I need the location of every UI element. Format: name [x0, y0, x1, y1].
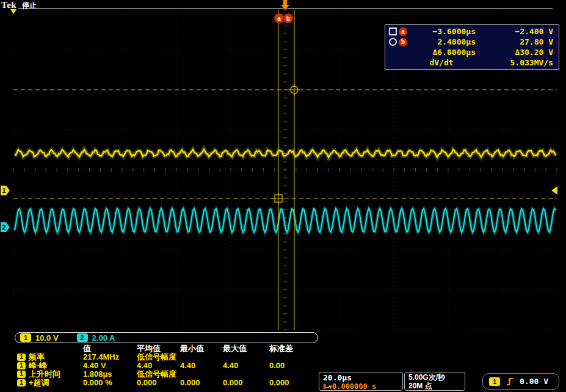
measurement-name: +超调	[29, 379, 49, 387]
cursor-b-bubble: b	[399, 38, 407, 46]
channel-1-position-marker[interactable]: 1	[1, 186, 10, 195]
col-header-std: 标准差	[269, 344, 306, 353]
measurement-max: 0.000	[223, 379, 269, 387]
cursor-a-row: a −3.6000µs −2.400 V	[388, 27, 556, 37]
channel-2-position-marker[interactable]: 2	[1, 222, 10, 232]
cursor-delta-value: Δ30.20 V	[476, 48, 556, 57]
cursor-readout-panel: a −3.6000µs −2.400 V b 2.4000µs 27.80 V …	[385, 24, 559, 70]
ch1-waveform	[15, 150, 556, 158]
cursor-b-marker[interactable]	[289, 84, 300, 95]
cursor-a-top-bubble[interactable]: a	[274, 13, 284, 23]
cursor-dvdt-row: dV/dt 5.033MV/s	[388, 58, 556, 68]
measurement-min: 0.000	[180, 379, 223, 387]
timebase-value: 20.0µs	[323, 373, 399, 382]
trigger-level-value: 0.00 V	[520, 377, 548, 386]
cursor-b-top-bubble[interactable]: b	[283, 13, 293, 23]
measurement-warning: 低信号幅度	[137, 353, 306, 361]
channel-2-badge[interactable]: 2	[77, 333, 88, 342]
svg-text:b: b	[286, 15, 290, 22]
measurement-value: 4.40 V	[83, 361, 137, 370]
cursor-b-time: 2.4000µs	[407, 37, 476, 46]
horizontal-position: Ⅱ→▼ 0.000000 s	[323, 382, 399, 391]
measurement-mean: 4.40	[137, 361, 180, 370]
trigger-level-marker[interactable]	[551, 186, 557, 195]
trigger-readout[interactable]: 1 0.00 V	[482, 373, 559, 390]
measurement-table: 值 平均值 最小值 最大值 标准差 1频率217.4MHz低信号幅度1峰-峰4.…	[15, 344, 321, 387]
svg-text:1: 1	[2, 187, 5, 194]
cursor-b-circle-icon	[389, 38, 397, 46]
svg-text:2: 2	[2, 223, 5, 231]
measurement-max: 4.40	[223, 361, 269, 370]
cursor-delta-time: Δ6.0000µs	[407, 48, 476, 57]
tek-logo: Tek	[1, 0, 16, 10]
measurement-std: 0.00	[269, 361, 306, 370]
channel-1-badge[interactable]: 1	[20, 333, 31, 342]
measurement-name: 上升时间	[29, 370, 60, 379]
trigger-source-badge: 1	[489, 377, 500, 386]
horizontal-position-icon: Ⅱ→▼	[323, 383, 332, 390]
channel-badge: 1	[17, 371, 26, 378]
svg-text:a: a	[277, 15, 281, 22]
col-header-value: 值	[83, 344, 137, 353]
oscilloscope-screen: ab12 Tek 停止 a −3.6000µs −2.400 V b 2.400…	[0, 0, 566, 392]
acquisition-readout[interactable]: 5.00G次/秒 20M 点	[404, 372, 465, 391]
measurement-min: 4.40	[180, 361, 223, 370]
acquisition-status: 停止	[22, 1, 37, 11]
measurement-row: 1+超调0.000 %0.0000.0000.0000.000	[15, 379, 321, 387]
channel-badge: 1	[17, 362, 26, 369]
measurement-value: 1.808µs	[83, 370, 137, 379]
measurement-value: 217.4MHz	[83, 353, 137, 361]
cursor-a-bubble: a	[399, 27, 407, 36]
col-header-min: 最小值	[180, 344, 223, 353]
ch2-waveform	[15, 209, 556, 233]
measurement-value: 0.000 %	[83, 379, 137, 387]
cursor-a-value: −2.400 V	[476, 27, 556, 36]
measurement-std: 0.000	[269, 379, 306, 387]
col-header-mean: 平均值	[137, 344, 180, 353]
dvdt-value: 5.033MV/s	[476, 58, 556, 67]
dvdt-label: dV/dt	[407, 58, 476, 67]
measurement-header: 值 平均值 最小值 最大值 标准差	[15, 344, 321, 353]
channel-scale-bar: 1 10.0 V 2 2.00 A	[15, 332, 318, 343]
record-length: 20M 点	[408, 382, 461, 390]
trigger-slope-icon	[506, 377, 513, 387]
col-header-max: 最大值	[223, 344, 269, 353]
cursor-b-row: b 2.4000µs 27.80 V	[388, 37, 556, 47]
channel-2-scale[interactable]: 2.00 A	[92, 333, 115, 343]
channel-badge: 1	[17, 379, 26, 387]
measurement-name: 峰-峰	[29, 361, 47, 370]
cursor-b-value: 27.80 V	[476, 37, 556, 46]
measurement-mean: 0.000	[137, 379, 180, 387]
measurement-row: 1频率217.4MHz低信号幅度	[15, 353, 321, 361]
channel-badge: 1	[17, 354, 26, 361]
cursor-a-square-icon	[389, 27, 397, 35]
cursor-delta-row: Δ6.0000µs Δ30.20 V	[388, 48, 556, 57]
measurement-row: 1峰-峰4.40 V4.404.404.400.00	[15, 361, 321, 370]
sample-rate: 5.00G次/秒	[408, 373, 461, 382]
measurement-name: 频率	[29, 353, 45, 361]
measurement-row: 1上升时间1.808µs低信号幅度	[15, 370, 321, 379]
horizontal-readout[interactable]: 20.0µs Ⅱ→▼ 0.000000 s	[319, 372, 403, 391]
measurement-warning: 低信号幅度	[137, 370, 306, 379]
cursor-a-marker[interactable]	[273, 193, 284, 204]
channel-1-scale[interactable]: 10.0 V	[35, 333, 59, 343]
horizontal-position-value: 0.000000 s	[332, 382, 376, 391]
cursor-a-time: −3.6000µs	[407, 27, 476, 36]
